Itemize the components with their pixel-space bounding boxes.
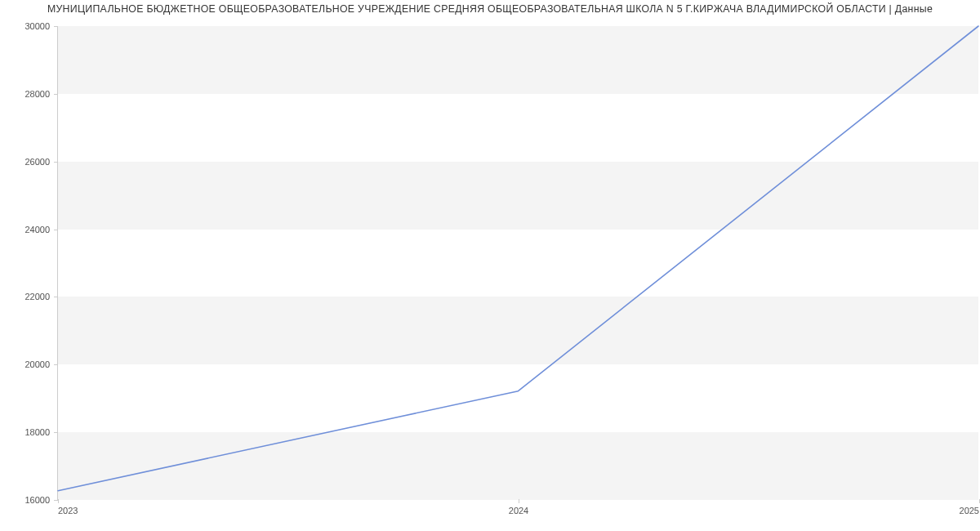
- y-tick-label: 18000: [24, 427, 50, 437]
- y-tick-label: 26000: [24, 157, 50, 167]
- y-tick-label: 24000: [24, 225, 50, 234]
- y-tick-mark: [54, 230, 58, 230]
- line-svg: [58, 26, 978, 499]
- y-tick-mark: [54, 162, 58, 163]
- y-tick-label: 16000: [24, 495, 50, 505]
- x-tick-label: 2023: [58, 506, 78, 515]
- y-tick-label: 22000: [24, 292, 50, 301]
- y-tick-label: 28000: [24, 89, 50, 99]
- data-series: [58, 26, 978, 491]
- y-tick-mark: [54, 297, 58, 297]
- chart-title: МУНИЦИПАЛЬНОЕ БЮДЖЕТНОЕ ОБЩЕОБРАЗОВАТЕЛЬ…: [0, 3, 980, 15]
- y-tick-mark: [54, 364, 58, 365]
- x-tick-mark: [58, 499, 59, 503]
- plot-area: 1600018000200002200024000260002800030000…: [57, 26, 978, 500]
- y-tick-mark: [54, 94, 58, 95]
- y-tick-label: 30000: [24, 21, 50, 31]
- y-tick-mark: [54, 432, 58, 433]
- x-tick-label: 2025: [960, 506, 979, 515]
- x-tick-mark: [519, 499, 519, 503]
- y-tick-mark: [54, 26, 58, 27]
- y-tick-label: 20000: [24, 359, 50, 369]
- chart-container: МУНИЦИПАЛЬНОЕ БЮДЖЕТНОЕ ОБЩЕОБРАЗОВАТЕЛЬ…: [0, 0, 980, 531]
- x-tick-label: 2024: [509, 506, 528, 515]
